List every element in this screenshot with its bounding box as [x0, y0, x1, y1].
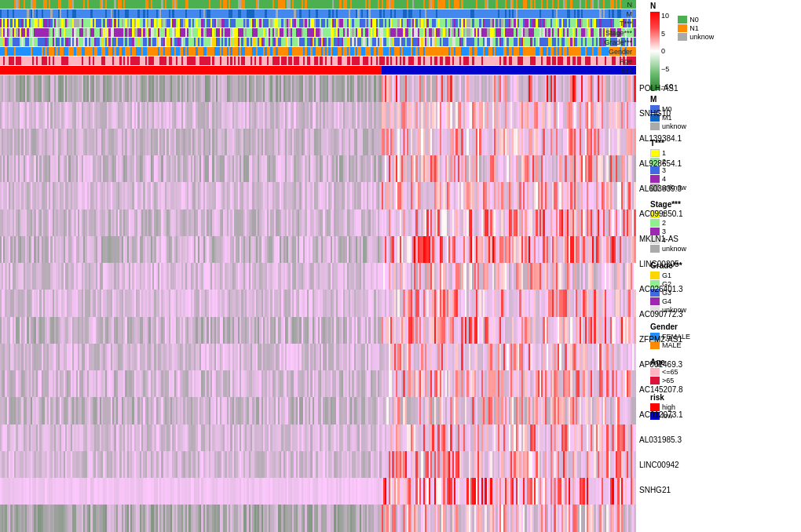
- gene-label-6: AC099850.1: [636, 201, 715, 226]
- n1-swatch: [678, 24, 687, 32]
- colorbar-title: N: [650, 2, 673, 10]
- gene-label-7: MKLN1-AS: [636, 226, 715, 251]
- gene-label-3: AL139384.1: [636, 126, 715, 151]
- gene-label-1: POLH-AS1: [636, 75, 715, 100]
- heatmap-area: POLH-AS1 SNHG10 AL139384.1 AL928654.1 AL…: [0, 0, 644, 532]
- colorbar-mid-low: −5: [661, 65, 673, 73]
- gene-label-16: LINC00942: [636, 452, 715, 477]
- gene-label-9: AC026401.3: [636, 276, 715, 301]
- n1-label: N1: [689, 24, 699, 32]
- n-unknow-label: unknow: [689, 33, 714, 41]
- gene-label-10: AC090772.3: [636, 301, 715, 326]
- gene-label-17: SNHG21: [636, 477, 715, 502]
- n-legend-n1: N1: [678, 24, 714, 32]
- main-container: POLH-AS1 SNHG10 AL139384.1 AL928654.1 AL…: [0, 0, 801, 532]
- row-labels: POLH-AS1 SNHG10 AL139384.1 AL928654.1 AL…: [636, 75, 715, 502]
- heatmap-canvas: [0, 75, 636, 532]
- gene-label-4: AL928654.1: [636, 151, 715, 176]
- gene-label-11: ZFPM2-AS1: [636, 326, 715, 352]
- gene-label-5: AL603839.3: [636, 176, 715, 201]
- annotation-canvas: [0, 0, 636, 75]
- gene-label-8: LINC00205: [636, 251, 715, 276]
- n-legend-n0: N0: [678, 16, 714, 24]
- gene-label-14: AC012073.1: [636, 402, 715, 427]
- n0-label: N0: [689, 16, 699, 24]
- gene-label-13: AC145207.8: [636, 377, 715, 402]
- n-legend-unknow: unknow: [678, 33, 714, 41]
- gene-label-2: SNHG10: [636, 100, 715, 126]
- n-unknow-swatch: [678, 33, 687, 41]
- colorbar-max: 10: [661, 12, 673, 20]
- colorbar-mid-high: 5: [661, 30, 673, 38]
- colorbar-zero: 0: [661, 47, 673, 55]
- gene-label-15: AL031985.3: [636, 427, 715, 452]
- gene-label-12: AP001469.3: [636, 352, 715, 377]
- n0-swatch: [678, 16, 687, 24]
